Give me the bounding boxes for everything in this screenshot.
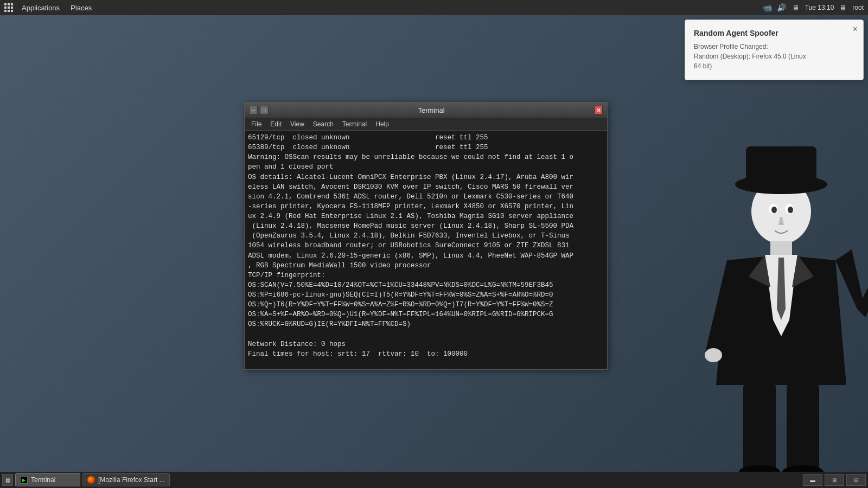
terminal-maximize-button[interactable]: □ <box>260 106 269 114</box>
terminal-taskbar-icon: ▶ <box>20 476 28 484</box>
taskbar-view-btn1[interactable]: ▬ <box>803 474 822 486</box>
desktop: × Random Agent Spoofer Browser Profile C… <box>0 15 868 472</box>
apps-grid-icon <box>4 3 13 12</box>
topbar-right: 📹 🔊 🖥 Tue 13:10 🖥 root <box>763 3 864 12</box>
network-icon: 🖥 <box>791 3 801 12</box>
taskbar-terminal-label: Terminal <box>31 476 55 484</box>
terminal-close-group: ✕ <box>594 106 603 114</box>
taskbar-right: ▬ ⊞ ⊟ <box>803 474 866 486</box>
terminal-menu-terminal[interactable]: Terminal <box>338 119 371 129</box>
volume-icon: 🔊 <box>777 3 787 12</box>
taskbar-firefox-item[interactable]: [Mozilla Firefox Start ... <box>82 473 170 486</box>
terminal-window-controls: ─ □ <box>249 106 269 114</box>
topbar: Applications Places 📹 🔊 🖥 Tue 13:10 🖥 ro… <box>0 0 868 15</box>
taskbar: ▦ ▶ Terminal [Mozilla Firefox Start ... … <box>0 472 868 488</box>
terminal-menu-search[interactable]: Search <box>309 119 338 129</box>
taskbar-terminal-item[interactable]: ▶ Terminal <box>15 473 80 486</box>
svg-point-5 <box>705 348 722 362</box>
terminal-menu-edit[interactable]: Edit <box>266 119 286 129</box>
terminal-titlebar: ─ □ Terminal ✕ <box>245 102 607 118</box>
show-desktop-button[interactable]: ▦ <box>2 474 13 486</box>
notification-close-button[interactable]: × <box>853 24 858 34</box>
terminal-close-button[interactable]: ✕ <box>594 106 603 114</box>
username: root <box>852 4 864 11</box>
notification-popup: × Random Agent Spoofer Browser Profile C… <box>685 20 864 80</box>
topbar-applications[interactable]: Applications <box>17 3 64 13</box>
datetime: Tue 13:10 <box>805 4 834 11</box>
taskbar-view-btn2[interactable]: ⊞ <box>825 474 844 486</box>
svg-point-12 <box>771 207 777 213</box>
terminal-window: ─ □ Terminal ✕ File Edit View Search Ter… <box>244 102 608 370</box>
taskbar-view-btn3[interactable]: ⊟ <box>846 474 866 486</box>
character-image <box>694 103 868 472</box>
terminal-menu-view[interactable]: View <box>286 119 309 129</box>
topbar-places[interactable]: Places <box>66 3 96 13</box>
video-icon: 📹 <box>763 3 773 12</box>
svg-rect-7 <box>787 385 819 472</box>
display-icon: 🖥 <box>838 3 848 12</box>
notification-title: Random Agent Spoofer <box>694 29 852 37</box>
terminal-body[interactable]: 65129/tcp closed unknown reset ttl 255 6… <box>245 131 607 369</box>
svg-rect-2 <box>746 146 816 187</box>
topbar-left: Applications Places <box>4 3 96 13</box>
taskbar-firefox-label: [Mozilla Firefox Start ... <box>98 476 165 484</box>
firefox-taskbar-icon <box>87 476 95 484</box>
svg-point-13 <box>788 207 793 213</box>
svg-rect-6 <box>743 385 776 472</box>
terminal-menu-help[interactable]: Help <box>371 119 393 129</box>
notification-body: Browser Profile Changed: Random (Desktop… <box>694 42 852 71</box>
terminal-title: Terminal <box>269 106 594 114</box>
terminal-minimize-button[interactable]: ─ <box>249 106 258 114</box>
terminal-menu-file[interactable]: File <box>247 119 266 129</box>
terminal-menubar: File Edit View Search Terminal Help <box>245 118 607 131</box>
